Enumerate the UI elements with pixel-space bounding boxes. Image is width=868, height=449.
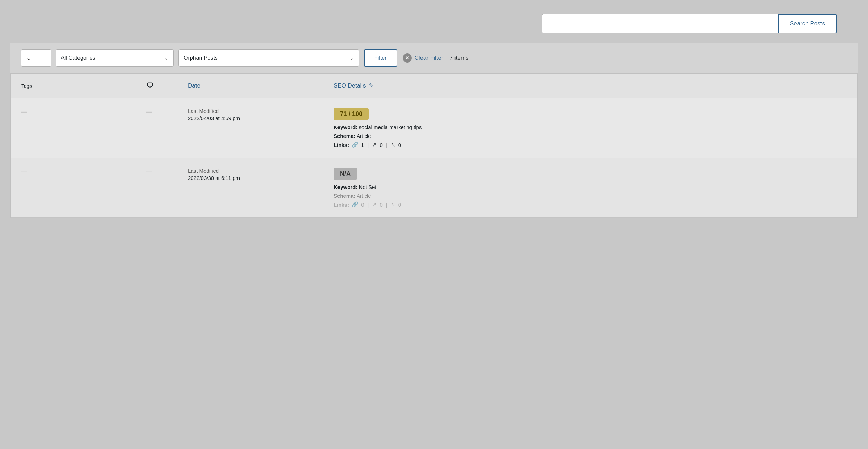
schema-label-2: Schema:	[334, 193, 356, 199]
date-label-1: Last Modified	[188, 108, 330, 114]
items-count: 7 items	[450, 55, 469, 61]
search-posts-button[interactable]: Search Posts	[778, 14, 837, 33]
clear-filter-button[interactable]: Clear Filter	[415, 55, 443, 61]
keyword-value-2: Not Set	[359, 184, 376, 190]
nofollow-count-2: 0	[398, 202, 401, 208]
clear-filter-icon[interactable]: ✕	[403, 53, 412, 63]
comments-dash-2: —	[146, 168, 152, 175]
orphan-label: Orphan Posts	[184, 55, 218, 61]
schema-value-1: Article	[357, 133, 371, 139]
date-cell-1: Last Modified 2022/04/03 at 4:59 pm	[188, 108, 334, 121]
search-input[interactable]	[542, 14, 778, 33]
date-label: Date	[188, 82, 200, 89]
tags-label: Tags	[21, 83, 32, 89]
table-header-row: Tags 🗨 Date SEO Details ✎	[11, 74, 857, 98]
date-value-1: 2022/04/03 at 4:59 pm	[188, 115, 240, 121]
date-cell-2: Last Modified 2022/03/30 at 6:11 pm	[188, 168, 334, 181]
chevron-down-icon: ⌄	[26, 54, 31, 62]
comments-cell-1: —	[146, 108, 188, 115]
col-header-tags: Tags	[21, 81, 146, 90]
external-count-2: 0	[379, 202, 382, 208]
external-link-icon-1: ↗	[372, 142, 377, 148]
comments-icon: 🗨	[146, 81, 154, 90]
posts-table: Tags 🗨 Date SEO Details ✎ — — Last Modif…	[10, 73, 858, 218]
keyword-label-2: Keyword:	[334, 184, 357, 190]
keyword-line-1: Keyword: social media marketing tips	[334, 124, 833, 130]
col-header-seo: SEO Details ✎	[334, 81, 836, 90]
links-label-1: Links:	[334, 142, 349, 148]
sep1-2: |	[368, 202, 369, 208]
date-label-2: Last Modified	[188, 168, 330, 174]
tags-cell-1: —	[21, 108, 146, 115]
external-link-icon-2: ↗	[372, 201, 377, 208]
top-search-row: Search Posts	[10, 14, 858, 33]
nofollow-link-icon-2: ↗	[391, 201, 395, 208]
seo-score-1: 71 / 100	[334, 108, 369, 120]
keyword-value-1: social media marketing tips	[359, 124, 422, 130]
tags-cell-2: —	[21, 168, 146, 175]
orphan-posts-dropdown[interactable]: Orphan Posts ⌄	[178, 49, 359, 67]
small-dropdown[interactable]: ⌄	[21, 49, 51, 67]
clear-filter-area: ✕ Clear Filter	[403, 53, 443, 63]
table-row: — — Last Modified 2022/03/30 at 6:11 pm …	[11, 158, 857, 218]
categories-label: All Categories	[61, 55, 95, 61]
schema-line-2: Schema: Article	[334, 193, 833, 199]
links-line-1: Links: 🔗 1 | ↗ 0 | ↗ 0	[334, 142, 833, 148]
schema-line-1: Schema: Article	[334, 133, 833, 139]
seo-cell-2: N/A Keyword: Not Set Schema: Article Lin…	[334, 168, 836, 208]
comments-dash-1: —	[146, 108, 152, 115]
keyword-line-2: Keyword: Not Set	[334, 184, 833, 190]
links-label-2: Links:	[334, 202, 349, 208]
nofollow-link-icon-1: ↗	[391, 142, 395, 148]
links-line-2: Links: 🔗 0 | ↗ 0 | ↗ 0	[334, 201, 833, 208]
schema-value-2: Article	[357, 193, 371, 199]
orphan-chevron-icon: ⌄	[350, 55, 354, 61]
internal-count-1: 1	[361, 142, 364, 148]
external-count-1: 0	[379, 142, 382, 148]
tags-dash-2: —	[21, 168, 27, 175]
schema-label-1: Schema:	[334, 133, 356, 139]
categories-chevron-icon: ⌄	[164, 55, 168, 61]
seo-edit-icon[interactable]: ✎	[369, 82, 374, 90]
sep2-1: |	[386, 142, 387, 148]
filter-button[interactable]: Filter	[364, 49, 397, 67]
x-icon: ✕	[405, 55, 409, 61]
col-header-date[interactable]: Date	[188, 81, 334, 90]
keyword-label-1: Keyword:	[334, 124, 357, 130]
tags-dash-1: —	[21, 108, 27, 115]
date-value-2: 2022/03/30 at 6:11 pm	[188, 175, 240, 181]
sep1-1: |	[368, 142, 369, 148]
seo-label: SEO Details	[334, 82, 366, 89]
seo-cell-1: 71 / 100 Keyword: social media marketing…	[334, 108, 836, 148]
filter-bar: ⌄ All Categories ⌄ Orphan Posts ⌄ Filter…	[10, 43, 858, 73]
internal-count-2: 0	[361, 202, 364, 208]
sep2-2: |	[386, 202, 387, 208]
comments-cell-2: —	[146, 168, 188, 175]
page-wrapper: Search Posts ⌄ All Categories ⌄ Orphan P…	[0, 0, 868, 449]
col-header-comments: 🗨	[146, 81, 188, 90]
categories-dropdown[interactable]: All Categories ⌄	[56, 49, 174, 67]
seo-score-2: N/A	[334, 168, 357, 180]
table-row: — — Last Modified 2022/04/03 at 4:59 pm …	[11, 98, 857, 158]
internal-link-icon-2: 🔗	[352, 201, 358, 208]
nofollow-count-1: 0	[398, 142, 401, 148]
internal-link-icon-1: 🔗	[352, 142, 358, 148]
